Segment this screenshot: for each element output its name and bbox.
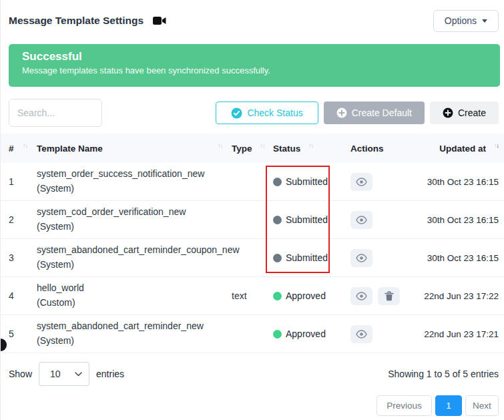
template-name: system_order_success_notification_new (S… [37,167,232,196]
previous-page-button[interactable]: Previous [376,395,432,416]
chevron-down-icon [75,372,82,377]
page-size-value: 10 [50,369,61,379]
table-toolbar: Check Status Create Default Create [9,99,499,127]
status-dot [273,254,282,262]
eye-icon [356,292,367,300]
trash-icon [385,291,394,301]
table-row: 5 system_abandoned_cart_reminder_new (Sy… [1,315,504,353]
eye-icon [356,330,367,339]
create-button[interactable]: Create [430,101,499,124]
template-name: system_cod_order_verification_new (Syste… [37,205,232,234]
status-dot [273,330,282,339]
column-header-status[interactable]: Status ↑↓ [273,144,350,154]
table-row: 3 system_abandoned_cart_reminder_coupon_… [1,239,504,277]
view-button[interactable] [350,173,372,191]
options-button[interactable]: Options [433,10,499,32]
eye-icon [356,178,367,186]
pagination: Previous 1 Next [1,395,499,416]
status-badge: Approved [273,290,350,301]
plus-circle-icon [336,108,347,118]
delete-button[interactable] [378,287,400,305]
entries-label: entries [96,369,124,379]
check-status-button[interactable]: Check Status [216,101,318,124]
row-actions [350,173,424,191]
status-badge: Approved [273,329,350,339]
show-label: Show [9,369,32,379]
status-dot [273,178,282,186]
eye-icon [356,254,367,262]
search-input[interactable] [9,99,102,127]
create-default-label: Create Default [352,108,412,118]
sort-icon: ↑↓ [23,143,27,149]
next-page-button[interactable]: Next [465,395,499,416]
status-badge: Submitted [273,214,350,225]
status-dot [273,292,282,300]
templates-table: # ↑↓ Template Name ↑↓ Type ↑↓ Status ↑↓ … [1,134,504,353]
column-header-template-name[interactable]: Template Name ↑↓ [37,144,232,154]
row-actions [350,287,424,305]
alert-title: Successful [22,50,487,63]
template-name: hello_world (Custom) [37,281,232,310]
column-header-updated-at[interactable]: Updated at ↑↓ [424,144,499,154]
column-header-actions: Actions [350,144,424,154]
check-circle-icon [231,108,242,119]
plus-circle-icon [443,108,453,118]
status-dot [273,216,282,224]
sort-icon: ↑↓ [260,143,265,149]
table-row: 4 hello_world (Custom) text Approved 22n… [1,277,504,315]
table-header-row: # ↑↓ Template Name ↑↓ Type ↑↓ Status ↑↓ … [1,134,504,163]
sort-icon: ↑↓ [494,143,499,149]
row-actions [350,325,424,343]
options-button-label: Options [445,15,477,26]
row-actions [350,211,424,229]
success-alert: Successful Message templates status have… [9,44,500,87]
view-button[interactable] [350,249,372,267]
view-button[interactable] [350,287,372,305]
status-badge: Submitted [273,176,350,187]
eye-icon [356,216,367,224]
page-size-select[interactable]: 10 [39,362,89,386]
message-template-settings-page: Message Template Settings Options Succes… [0,0,504,420]
table-row: 1 system_order_success_notification_new … [1,163,504,201]
page-header: Message Template Settings Options [1,0,504,32]
create-default-button[interactable]: Create Default [324,101,425,124]
current-page-button[interactable]: 1 [435,395,462,416]
template-name: system_abandoned_cart_reminder_coupon_ne… [37,243,232,272]
alert-message: Message templates status have been synch… [22,65,487,75]
template-name: system_abandoned_cart_reminder_new (Syst… [37,319,232,348]
page-title: Message Template Settings [9,15,144,27]
sort-icon: ↑↓ [308,143,313,149]
entries-summary: Showing 1 to 5 of 5 entries [388,369,499,379]
video-camera-icon[interactable] [153,15,167,26]
check-status-label: Check Status [247,108,302,118]
create-label: Create [458,108,486,118]
view-button[interactable] [350,325,372,343]
row-actions [350,249,424,267]
column-header-num[interactable]: # ↑↓ [9,144,37,154]
view-button[interactable] [350,211,372,229]
column-header-type[interactable]: Type ↑↓ [232,144,273,154]
table-row: 2 system_cod_order_verification_new (Sys… [1,201,504,239]
sort-icon: ↑↓ [218,143,222,149]
chevron-down-icon [482,19,487,23]
status-badge: Submitted [273,252,350,263]
table-footer: Show 10 entries Showing 1 to 5 of 5 entr… [9,362,499,386]
